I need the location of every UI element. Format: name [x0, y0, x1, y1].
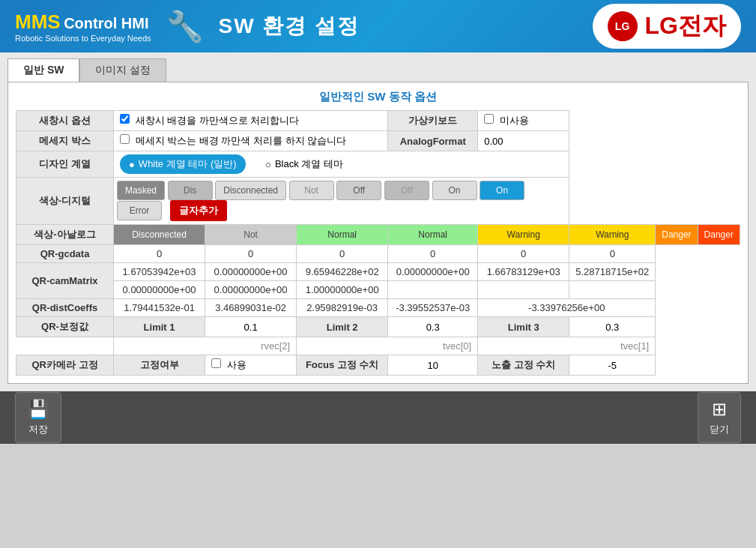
digital-content: Masked Dis Disconnected Not Off Off On O… [114, 178, 569, 225]
analog-danger1[interactable]: Danger [656, 225, 698, 245]
new-window-checkbox[interactable] [120, 114, 130, 124]
qr-cammatrix-label: QR-camMatrix [16, 263, 114, 299]
section-title: 일반적인 SW 동작 옵션 [16, 90, 740, 104]
design-content: ● White 계열 테마 (일반) ○ Black 계열 테마 [114, 151, 569, 178]
lg-brand-text: LG전자 [645, 10, 726, 43]
analog-not[interactable]: Not [205, 225, 297, 245]
rvec-label: rvec[2] [114, 337, 297, 355]
qr-cam2-v2: 1.00000000e+00 [297, 281, 388, 299]
fix-checkbox-cell: 사용 [205, 355, 297, 376]
logo-rest: Control HMI [64, 15, 148, 31]
tvec0-label: tvec[0] [297, 337, 478, 355]
qr-dist-v4: -3.33976256e+00 [478, 299, 656, 317]
expose-val: -5 [569, 355, 656, 376]
analog-normal2[interactable]: Normal [388, 225, 478, 245]
qr-gcdata-label: QR-gcdata [16, 245, 114, 263]
settings-table: 새창시 옵션 새창시 배경을 까만색으로 처리합니다 가상키보드 미사용 메세지… [16, 110, 740, 376]
new-window-label: 새창시 옵션 [16, 111, 114, 131]
qr-cam-v0: 1.67053942e+03 [114, 263, 205, 281]
new-window-text: 새창시 배경을 까만색으로 처리합니다 [136, 115, 300, 126]
row-message-box: 메세지 박스 메세지 박스는 배경 까만색 처리를 하지 않습니다 Analog… [16, 131, 740, 151]
tvec1-label: tvec[1] [478, 337, 656, 355]
qr-cam-v2: 9.65946228e+02 [297, 263, 388, 281]
main-container: 일반 SW 이미지 설정 일반적인 SW 동작 옵션 새창시 옵션 새창시 배경… [0, 52, 756, 391]
qr-cam2-v0: 0.00000000e+00 [114, 281, 205, 299]
fix-checkbox[interactable] [211, 358, 221, 368]
qr-cam2-v1: 0.00000000e+00 [205, 281, 297, 299]
close-label: 닫기 [710, 423, 729, 436]
lg-logo-circle: LG [608, 11, 638, 41]
qr-camera-fix-label: QR카메라 고정 [16, 355, 114, 376]
row-qr-correction: QR-보정값 Limit 1 0.1 Limit 2 0.3 Limit 3 0… [16, 317, 740, 337]
limit3-label: Limit 3 [478, 317, 569, 337]
analog-warning1[interactable]: Warning [478, 225, 569, 245]
radio-white-label: White 계열 테마 (일반) [139, 157, 237, 171]
design-label: 디자인 계열 [16, 151, 114, 178]
analog-warning2[interactable]: Warning [569, 225, 656, 245]
logo-mms: MMS [15, 10, 61, 33]
btn-masked[interactable]: Masked [117, 181, 165, 200]
focus-label: Focus 고정 수치 [297, 355, 388, 376]
focus-val: 10 [388, 355, 478, 376]
qr-cam-v4: 1.66783129e+03 [478, 263, 569, 281]
radio-black[interactable]: ○ Black 계열 테마 [256, 154, 352, 174]
digital-label: 색상-디지털 [16, 178, 114, 225]
save-label: 저장 [28, 423, 48, 436]
tab-general-sw[interactable]: 일반 SW [7, 58, 79, 82]
row-design: 디자인 계열 ● White 계열 테마 (일반) ○ Black 계열 테마 [16, 151, 740, 178]
keyboard-label: 가상키보드 [388, 111, 478, 131]
message-box-checkbox[interactable] [120, 134, 130, 144]
lg-brand-area: LG LG전자 [593, 4, 741, 49]
btn-on-active[interactable]: On [480, 181, 524, 200]
qr-dist-v0: 1.79441532e-01 [114, 299, 205, 317]
btn-dis[interactable]: Dis [168, 181, 213, 200]
row-qr-cammatrix2: 0.00000000e+00 0.00000000e+00 1.00000000… [16, 281, 740, 299]
add-text-button[interactable]: 글자추가 [170, 200, 227, 221]
limit1-val: 0.1 [205, 317, 297, 337]
row-qr-gcdata: QR-gcdata 0 0 0 0 0 0 [16, 245, 740, 263]
content-area: 일반적인 SW 동작 옵션 새창시 옵션 새창시 배경을 까만색으로 처리합니다… [7, 82, 749, 384]
qr-gcdata-v0: 0 [114, 245, 205, 263]
row-color-analog: 색상-아날로그 Disconnected Not Normal Normal W… [16, 225, 740, 245]
btn-on[interactable]: On [432, 181, 477, 200]
keyboard-value-text: 미사용 [500, 115, 529, 126]
logo-area: MMS Control HMI Robotic Solutions to Eve… [15, 10, 151, 43]
btn-off2[interactable]: Off [384, 181, 429, 200]
btn-not-digital[interactable]: Not [289, 181, 334, 200]
analog-label: 색상-아날로그 [16, 225, 114, 245]
header: MMS Control HMI Robotic Solutions to Eve… [0, 0, 756, 52]
save-button[interactable]: 💾 저장 [15, 392, 61, 443]
fix-use-label: 사용 [227, 359, 247, 370]
limit2-val: 0.3 [388, 317, 478, 337]
radio-white-dot: ● [129, 159, 135, 170]
row-new-window: 새창시 옵션 새창시 배경을 까만색으로 처리합니다 가상키보드 미사용 [16, 111, 740, 131]
btn-off1[interactable]: Off [336, 181, 381, 200]
qr-dist-v1: 3.46899031e-02 [205, 299, 297, 317]
bottom-bar: 💾 저장 ⊞ 닫기 [0, 391, 756, 444]
close-icon: ⊞ [712, 399, 727, 420]
keyboard-checkbox[interactable] [484, 114, 494, 124]
row-qr-camera-fix: QR카메라 고정 고정여부 사용 Focus 고정 수치 10 노출 고정 수치… [16, 355, 740, 376]
analog-disconnected[interactable]: Disconnected [114, 225, 205, 245]
radio-black-label: Black 계열 테마 [275, 157, 343, 171]
row-qr-distcoeffs: QR-distCoeffs 1.79441532e-01 3.46899031e… [16, 299, 740, 317]
qr-gcdata-v1: 0 [205, 245, 297, 263]
analog-format-value: 0.00 [478, 131, 569, 151]
tab-bar: 일반 SW 이미지 설정 [7, 52, 749, 82]
btn-disconnected-digital[interactable]: Disconnected [215, 181, 286, 200]
limit3-val: 0.3 [569, 317, 656, 337]
fix-label: 고정여부 [114, 355, 205, 376]
save-icon: 💾 [27, 399, 49, 420]
keyboard-value: 미사용 [478, 111, 569, 131]
row-color-digital: 색상-디지털 Masked Dis Disconnected Not Off O… [16, 178, 740, 225]
close-button[interactable]: ⊞ 닫기 [698, 392, 741, 443]
limit2-label: Limit 2 [297, 317, 388, 337]
message-box-text: 메세지 박스는 배경 까만색 처리를 하지 않습니다 [136, 135, 347, 146]
radio-black-dot: ○ [265, 159, 271, 170]
analog-normal1[interactable]: Normal [297, 225, 388, 245]
row-qr-cammatrix: QR-camMatrix 1.67053942e+03 0.00000000e+… [16, 263, 740, 281]
analog-danger2[interactable]: Danger [698, 225, 740, 245]
tab-image-settings[interactable]: 이미지 설정 [79, 58, 166, 82]
btn-error[interactable]: Error [117, 201, 162, 220]
radio-white-active[interactable]: ● White 계열 테마 (일반) [120, 154, 246, 174]
